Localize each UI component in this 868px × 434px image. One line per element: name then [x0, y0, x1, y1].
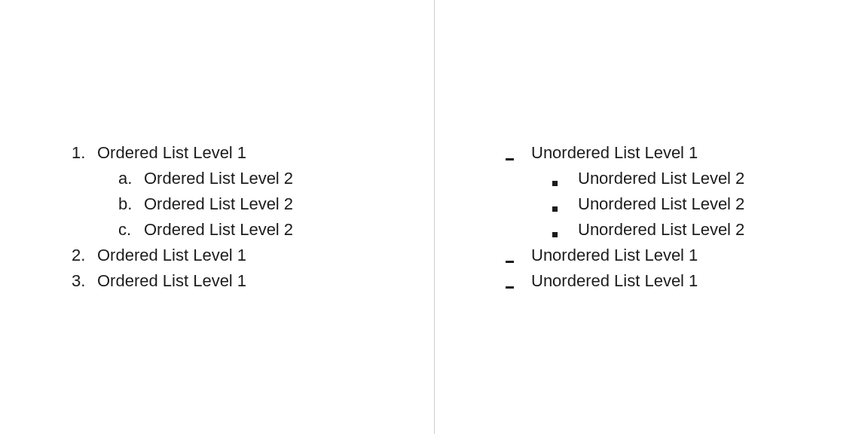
unordered-list-panel: Unordered List Level 1 Unordered List Le…	[434, 0, 868, 434]
list-marker: 2.	[72, 243, 97, 268]
list-item: Unordered List Level 2	[506, 191, 744, 217]
dash-bullet-icon	[506, 280, 531, 296]
canvas: 1. Ordered List Level 1 a. Ordered List …	[0, 0, 868, 434]
list-item: Unordered List Level 1	[506, 140, 744, 166]
square-bullet-icon	[552, 227, 578, 243]
list-item-label: Ordered List Level 2	[144, 217, 293, 243]
list-item: Unordered List Level 2	[506, 217, 744, 243]
list-marker: 1.	[72, 140, 97, 166]
list-item: a. Ordered List Level 2	[72, 166, 293, 191]
list-item: Unordered List Level 2	[506, 166, 744, 191]
list-marker: 3.	[72, 268, 97, 294]
list-item: 3. Ordered List Level 1	[72, 268, 293, 294]
list-item-label: Unordered List Level 2	[578, 166, 744, 191]
list-item-label: Unordered List Level 2	[578, 217, 744, 243]
list-item-label: Unordered List Level 1	[531, 140, 698, 166]
list-marker: a.	[118, 166, 144, 191]
list-item-label: Ordered List Level 2	[144, 166, 293, 191]
list-item: b. Ordered List Level 2	[72, 191, 293, 217]
list-item-label: Ordered List Level 1	[97, 243, 246, 268]
list-marker: c.	[118, 217, 144, 243]
unordered-list: Unordered List Level 1 Unordered List Le…	[434, 140, 744, 295]
vertical-divider	[434, 0, 435, 434]
ordered-list: 1. Ordered List Level 1 a. Ordered List …	[0, 140, 293, 295]
ordered-list-panel: 1. Ordered List Level 1 a. Ordered List …	[0, 0, 434, 434]
list-item-label: Ordered List Level 1	[97, 140, 246, 166]
list-item-label: Unordered List Level 2	[578, 191, 744, 217]
dash-bullet-icon	[506, 254, 531, 270]
list-item-label: Ordered List Level 1	[97, 268, 246, 294]
list-item: Unordered List Level 1	[506, 268, 744, 294]
dash-bullet-icon	[506, 151, 531, 167]
list-item-label: Unordered List Level 1	[531, 268, 698, 294]
list-item: c. Ordered List Level 2	[72, 217, 293, 243]
square-bullet-icon	[552, 200, 578, 217]
list-item: 2. Ordered List Level 1	[72, 243, 293, 268]
list-marker: b.	[118, 191, 144, 217]
list-item-label: Unordered List Level 1	[531, 243, 698, 268]
list-item: 1. Ordered List Level 1	[72, 140, 293, 166]
list-item-label: Ordered List Level 2	[144, 191, 293, 217]
list-item: Unordered List Level 1	[506, 243, 744, 268]
square-bullet-icon	[552, 175, 578, 191]
